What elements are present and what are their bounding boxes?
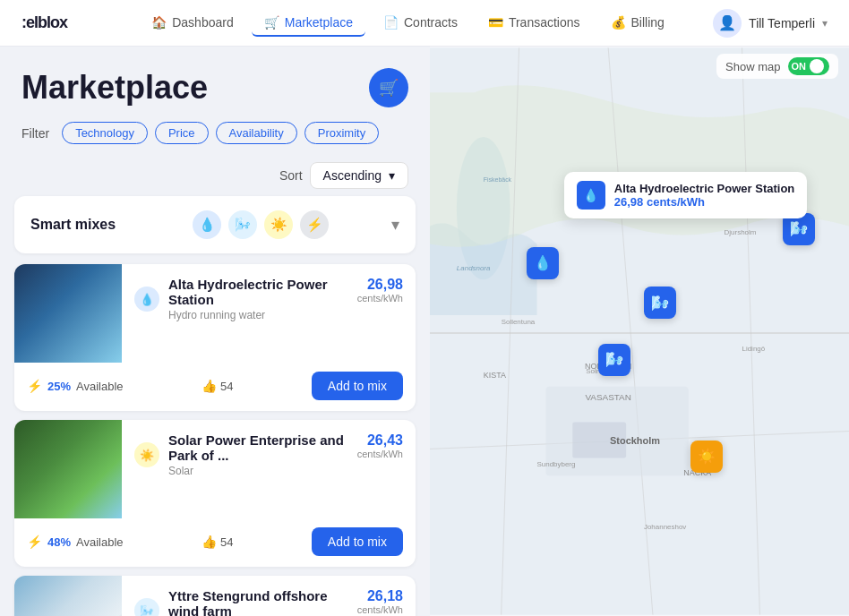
map-container: Stockholm VASASTAN NORRMALM NACKA KISTA … [430, 47, 849, 616]
show-map-label: Show map [725, 60, 780, 73]
listing-bottom-solar: ⚡ 48% Available 👍 54 Add to mix [14, 518, 416, 567]
svg-text:Fiskebäck: Fiskebäck [484, 176, 512, 183]
listing-info-yttre: 🌬️ Yttre Stengrund offshore wind farm Wi… [122, 576, 416, 616]
marker-icon-solar[interactable]: ☀️ [690, 441, 723, 473]
show-map-control: Show map ON [716, 54, 838, 79]
popup-price-unit: cents/kWh [647, 195, 705, 209]
availability: ⚡ 25% Available [27, 379, 124, 393]
add-to-mix-button-alta[interactable]: Add to mix [312, 372, 403, 400]
map-marker-1[interactable]: 💧 [527, 247, 559, 279]
filter-chip-price[interactable]: Price [155, 122, 209, 144]
listing-top: 🌬️ Yttre Stengrund offshore wind farm Wi… [14, 576, 416, 616]
listing-image-solar [14, 420, 122, 518]
home-icon: 🏠 [151, 15, 167, 30]
listing-top: 💧 Alta Hydroelectric Power Station Hydro… [14, 264, 416, 363]
popup-title: Alta Hydroelectric Power Station [614, 182, 795, 195]
add-to-mix-button-solar[interactable]: Add to mix [312, 527, 403, 556]
mix-icon-hydro: ⚡ [300, 210, 329, 239]
listing-subtype: Solar [168, 465, 357, 477]
header: :elblox 🏠 Dashboard 🛒 Marketplace 📄 Cont… [0, 0, 849, 47]
cart-button[interactable]: 🛒 [369, 68, 408, 107]
svg-text:Johanneshov: Johanneshov [644, 523, 686, 531]
popup-icon: 💧 [577, 181, 605, 210]
logo: :elblox [21, 13, 67, 32]
listing-image-yttre [14, 576, 122, 616]
listing-name-group: Yttre Stengrund offshore wind farm Wind … [168, 588, 357, 616]
nav-item-marketplace[interactable]: 🛒 Marketplace [252, 10, 365, 37]
map-background: Stockholm VASASTAN NORRMALM NACKA KISTA … [430, 47, 849, 616]
avail-pct: 25% [47, 380, 71, 393]
listing-name: Yttre Stengrund offshore wind farm [168, 588, 357, 616]
map-marker-4[interactable]: 🌬️ [598, 344, 630, 376]
bolt-icon: ⚡ [27, 379, 42, 393]
svg-text:Djursholm: Djursholm [725, 228, 757, 236]
sort-select[interactable]: Ascending ▾ [310, 162, 408, 189]
svg-text:Stockholm: Stockholm [610, 435, 660, 446]
filter-chip-availability[interactable]: Availability [216, 122, 297, 144]
listing-image-alta [14, 264, 122, 363]
map-marker-5[interactable]: ☀️ [690, 441, 723, 473]
price-unit: cents/kWh [357, 449, 403, 459]
avail-text: Available [76, 380, 124, 393]
listing-subtype: Hydro running water [168, 309, 357, 321]
type-icon-water: 💧 [134, 287, 159, 312]
popup-content: Alta Hydroelectric Power Station 26,98 c… [614, 182, 795, 209]
chevron-down-icon: ▾ [822, 17, 828, 30]
toggle-label: ON [792, 61, 807, 72]
popup-price-value: 26,98 [614, 195, 644, 209]
like-row: 👍 54 [202, 535, 233, 549]
avail-pct: 48% [47, 535, 71, 549]
mix-icon-solar: ☀️ [264, 210, 293, 239]
bolt-icon: ⚡ [27, 535, 42, 549]
type-icon-wind: 🌬️ [134, 598, 159, 616]
listing-name-group: Alta Hydroelectric Power Station Hydro r… [168, 277, 357, 321]
price-value: 26,18 [357, 588, 403, 604]
svg-text:VASASTAN: VASASTAN [585, 392, 631, 402]
price-value: 26,98 [357, 277, 403, 293]
listing-name-group: Solar Power Enterprise and Park of ... S… [168, 432, 357, 477]
marker-icon-water[interactable]: 💧 [527, 247, 559, 279]
type-icon-solar: ☀️ [134, 442, 159, 467]
nav-item-dashboard[interactable]: 🏠 Dashboard [139, 10, 246, 37]
listing-title-row: ☀️ Solar Power Enterprise and Park of ..… [134, 432, 357, 477]
listing-title-row: 🌬️ Yttre Stengrund offshore wind farm Wi… [134, 588, 357, 616]
listing-header: ☀️ Solar Power Enterprise and Park of ..… [134, 432, 403, 477]
map-toggle[interactable]: ON [788, 57, 830, 75]
listing-price: 26,43 cents/kWh [357, 432, 403, 459]
price-unit: cents/kWh [357, 293, 403, 304]
marker-icon-wind-3[interactable]: 🌬️ [598, 344, 630, 376]
map-panel: Stockholm VASASTAN NORRMALM NACKA KISTA … [430, 47, 849, 616]
like-count: 54 [220, 380, 233, 393]
listing-price: 26,98 cents/kWh [357, 277, 403, 304]
user-area[interactable]: 👤 Till Temperli ▾ [713, 9, 828, 38]
map-marker-2[interactable]: 🌬️ [644, 287, 676, 319]
nav-item-billing[interactable]: 💰 Billing [598, 10, 677, 37]
marketplace-icon: 🛒 [264, 15, 279, 30]
listing-header: 💧 Alta Hydroelectric Power Station Hydro… [134, 277, 403, 321]
listing-name: Alta Hydroelectric Power Station [168, 277, 357, 307]
filter-chip-proximity[interactable]: Proximity [304, 122, 379, 144]
filter-row: Filter Technology Price Availability Pro… [0, 122, 430, 155]
like-icon: 👍 [202, 535, 217, 549]
transactions-icon: 💳 [488, 15, 503, 30]
mix-icon-wind: 🌬️ [228, 210, 257, 239]
nav-item-contracts[interactable]: 📄 Contracts [371, 10, 470, 37]
smart-mixes-chevron-icon[interactable]: ▾ [391, 215, 399, 235]
user-name: Till Temperli [749, 16, 815, 30]
nav-item-transactions[interactable]: 💳 Transactions [476, 10, 593, 37]
listing-info-alta: 💧 Alta Hydroelectric Power Station Hydro… [122, 264, 416, 363]
svg-text:Lidingö: Lidingö [742, 345, 766, 353]
main-content: Marketplace 🛒 Filter Technology Price Av… [0, 47, 849, 616]
listing-top: ☀️ Solar Power Enterprise and Park of ..… [14, 420, 416, 518]
page-title: Marketplace [21, 69, 208, 107]
mix-icon-water: 💧 [193, 210, 221, 239]
listing-name: Solar Power Enterprise and Park of ... [168, 432, 357, 463]
toggle-dot [810, 59, 824, 73]
listing-card-alta: 💧 Alta Hydroelectric Power Station Hydro… [14, 264, 416, 411]
listing-card-yttre: 🌬️ Yttre Stengrund offshore wind farm Wi… [14, 576, 416, 616]
like-icon: 👍 [202, 379, 217, 393]
marker-icon-wind[interactable]: 🌬️ [644, 287, 676, 319]
filter-chip-technology[interactable]: Technology [62, 122, 148, 144]
sort-row: Sort Ascending ▾ [0, 155, 430, 196]
sort-label: Sort [279, 168, 303, 183]
